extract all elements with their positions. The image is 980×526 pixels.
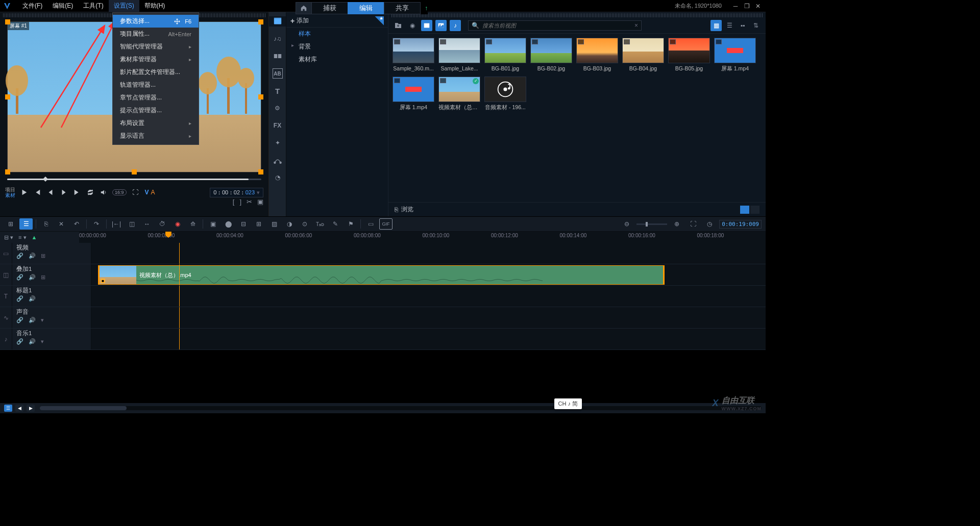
track-grid-icon[interactable]: ⊞: [41, 274, 48, 281]
thumbnail[interactable]: ✓视频素材（总）...: [438, 77, 480, 111]
tree-item[interactable]: 样本: [286, 28, 388, 40]
sparkle-icon[interactable]: ✦: [273, 138, 283, 148]
upload-icon[interactable]: ↑: [425, 5, 428, 12]
track-body[interactable]: [91, 307, 766, 328]
track-body[interactable]: ■视频素材（总）.mp4: [91, 264, 766, 285]
maximize-button[interactable]: ❐: [743, 3, 750, 10]
transition-icon[interactable]: [273, 51, 283, 61]
track-type-icon[interactable]: ♪: [0, 329, 12, 349]
mark-in-icon[interactable]: [: [233, 198, 235, 206]
marker-icon[interactable]: ⚑: [344, 218, 357, 230]
dd-project-props[interactable]: 项目属性...Alt+Enter: [113, 28, 199, 40]
prev-page-icon[interactable]: ◀: [15, 405, 23, 412]
bottom-btn-1[interactable]: ☰: [4, 405, 12, 412]
text-icon[interactable]: T: [273, 86, 283, 96]
sort-icon[interactable]: ⇅: [750, 20, 762, 31]
dd-layout[interactable]: 布局设置: [113, 117, 199, 130]
thumbnail[interactable]: 屏幕 1.mp4: [714, 38, 756, 72]
track-vol-icon[interactable]: 🔊: [29, 274, 36, 281]
track-type-icon[interactable]: ▭: [0, 243, 12, 264]
resize-handle[interactable]: [5, 169, 10, 174]
favorite-corner-icon[interactable]: [375, 16, 384, 26]
track-link-icon[interactable]: 🔗: [16, 274, 23, 281]
volume-button[interactable]: [99, 188, 108, 197]
search-box[interactable]: 🔍 ×: [468, 20, 642, 31]
thumbnail[interactable]: Sample_Lake...: [438, 38, 480, 72]
dd-language[interactable]: 显示语言: [113, 130, 199, 142]
aspect-ratio[interactable]: 16:9: [112, 189, 127, 195]
preview-mode-label[interactable]: 项目 素材: [5, 187, 15, 198]
variate-icon[interactable]: ⟰: [186, 218, 200, 230]
search-input[interactable]: [482, 22, 631, 29]
menu-edit[interactable]: 编辑(E): [47, 0, 78, 12]
pan-icon[interactable]: ▨: [267, 218, 281, 230]
chroma-icon[interactable]: ⬤: [222, 218, 235, 230]
redo-icon[interactable]: ↷: [90, 218, 103, 230]
track-vol-icon[interactable]: 🔊: [29, 317, 36, 324]
track-type-icon[interactable]: ◫: [0, 264, 12, 285]
tab-share[interactable]: 共享: [384, 2, 421, 14]
preview-scrubber[interactable]: [7, 179, 261, 183]
zoom-out-icon[interactable]: ⊖: [620, 218, 633, 230]
menu-help[interactable]: 帮助(H): [139, 0, 170, 12]
view-thumbnail-icon[interactable]: ▦: [710, 20, 722, 31]
goto-end-button[interactable]: [72, 188, 82, 197]
thumbnail[interactable]: 音频素材 - 196...: [484, 77, 526, 111]
crop-icon[interactable]: ◫: [125, 218, 138, 230]
3d-title-icon[interactable]: T₃ᴅ: [313, 218, 327, 230]
thumbnail[interactable]: BG-B05.jpg: [668, 38, 710, 72]
clock-icon[interactable]: ◷: [703, 218, 716, 230]
view-grid-icon[interactable]: ▪▪: [737, 20, 748, 31]
dd-cue-mgr[interactable]: 提示点管理器...: [113, 104, 199, 117]
menu-tools[interactable]: 工具(T): [78, 0, 108, 12]
snapshot-icon[interactable]: ▣: [257, 198, 263, 206]
thumbnail[interactable]: BG-B03.jpg: [576, 38, 618, 72]
tree-item[interactable]: 素材库: [286, 53, 388, 66]
goto-start-button[interactable]: [33, 188, 42, 197]
audio-toggle[interactable]: A: [150, 189, 156, 196]
prev-frame-button[interactable]: [46, 188, 55, 197]
resize-handle[interactable]: [132, 169, 137, 174]
dd-library-mgr[interactable]: 素材库管理器: [113, 53, 199, 66]
timeline-clip[interactable]: ■视频素材（总）.mp4: [98, 265, 665, 285]
track-expand-icon[interactable]: ▾: [41, 338, 48, 345]
tree-item[interactable]: ▸背景: [286, 40, 388, 53]
track-vol-icon[interactable]: 🔊: [29, 338, 36, 345]
resize-handle[interactable]: [258, 19, 263, 24]
track-body[interactable]: [91, 286, 766, 307]
track-type-icon[interactable]: T: [0, 286, 12, 307]
dd-preferences[interactable]: 参数选择... F6: [113, 15, 199, 28]
motion-icon[interactable]: ⊙: [298, 218, 311, 230]
filter-audio-icon[interactable]: ♪: [450, 20, 461, 31]
track-body[interactable]: [91, 329, 766, 349]
filter-video-icon[interactable]: [421, 20, 432, 31]
dd-chapter-mgr[interactable]: 章节点管理器...: [113, 91, 199, 104]
resize-handle[interactable]: [258, 169, 263, 174]
chapter-icon[interactable]: ▭: [364, 218, 377, 230]
zoom-slider[interactable]: [636, 223, 667, 225]
loop-button[interactable]: [86, 188, 95, 197]
panel-tab[interactable]: [750, 206, 760, 214]
preview-timecode[interactable]: 0:00:02:023 ▾: [210, 188, 263, 197]
tab-capture[interactable]: 捕获: [311, 2, 348, 14]
next-frame-button[interactable]: [59, 188, 68, 197]
markin-icon[interactable]: |←|: [110, 218, 123, 230]
zoom-in-icon[interactable]: ⊕: [670, 218, 683, 230]
track-grid-icon[interactable]: ⊞: [41, 253, 48, 260]
clear-search-icon[interactable]: ×: [634, 22, 638, 29]
title-icon[interactable]: AB: [273, 68, 283, 79]
minimize-button[interactable]: ─: [732, 3, 739, 10]
thumbnail[interactable]: BG-B01.jpg: [484, 38, 526, 72]
menu-settings[interactable]: 设置(S): [109, 0, 139, 12]
trim-icon[interactable]: ↔: [140, 218, 154, 230]
horizontal-scrollbar[interactable]: [40, 406, 762, 410]
timeline-ruler[interactable]: 00:00:00:0000:00:02:0000:00:04:0000:00:0…: [79, 232, 766, 243]
play-button[interactable]: [19, 188, 29, 197]
tab-edit[interactable]: 编辑: [348, 2, 384, 14]
track-vol-icon[interactable]: 🔊: [29, 253, 36, 260]
track-link-icon[interactable]: 🔗: [16, 317, 23, 324]
resize-handle[interactable]: [258, 94, 263, 99]
thumbnail[interactable]: Sample_360.m...: [393, 38, 434, 72]
path-icon[interactable]: [273, 155, 283, 165]
record-icon[interactable]: ◉: [407, 20, 418, 31]
